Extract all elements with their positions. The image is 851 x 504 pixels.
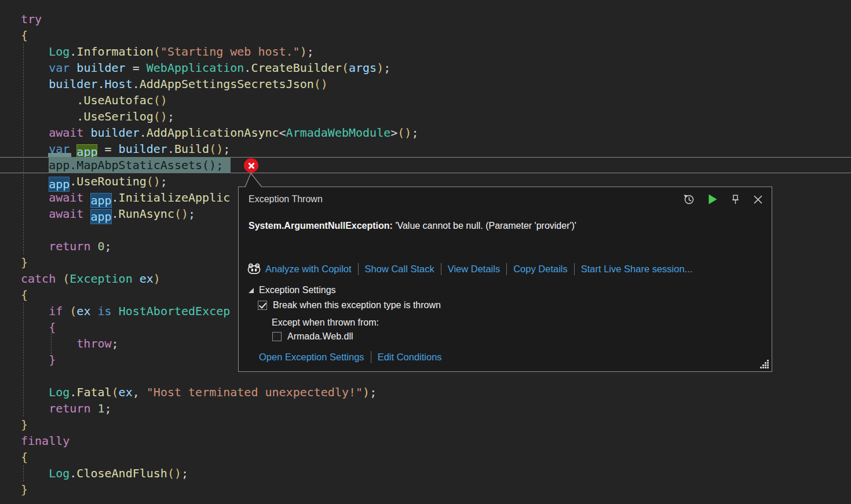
code-segment: . <box>133 77 140 91</box>
code-segment <box>90 304 97 318</box>
code-segment: ; <box>223 142 230 156</box>
continue-icon[interactable] <box>708 193 718 205</box>
exception-message: System.ArgumentNullException: 'Value can… <box>249 221 576 231</box>
code-segment <box>90 401 97 415</box>
code-segment: RunAsync <box>119 207 174 221</box>
code-segment: ( <box>112 385 119 399</box>
code-segment: await <box>49 126 83 140</box>
code-line[interactable]: Log.Fatal(ex, "Host terminated unexpecte… <box>21 384 418 400</box>
code-segment <box>70 142 76 156</box>
code-line[interactable]: var app = builder.Build(); <box>21 141 418 157</box>
code-line[interactable]: Log.CloseAndFlush(); <box>21 465 418 481</box>
code-line[interactable]: { <box>21 27 418 43</box>
code-segment: = <box>126 61 147 75</box>
exception-popup: Exception Thrown <box>238 187 772 372</box>
code-segment <box>63 304 70 318</box>
code-segment: ( <box>154 45 160 59</box>
code-segment <box>56 272 63 286</box>
code-segment <box>83 207 90 221</box>
code-segment: () <box>397 126 411 140</box>
code-line[interactable]: } <box>21 417 418 433</box>
action-view-details[interactable]: View Details <box>448 264 500 275</box>
except-label: Except when thrown from: <box>272 317 379 328</box>
code-segment: . <box>70 45 76 59</box>
code-segment <box>21 320 49 334</box>
code-segment: . <box>76 93 83 107</box>
code-line[interactable]: { <box>21 449 418 465</box>
exception-settings-header[interactable]: Exception Settings <box>249 285 336 295</box>
code-line[interactable]: app.MapAbpStaticAssets(); <box>21 157 418 173</box>
code-segment: . <box>76 109 83 123</box>
code-segment: () <box>154 93 167 107</box>
code-segment: ; <box>384 61 390 75</box>
action-show-call-stack[interactable]: Show Call Stack <box>365 264 434 275</box>
code-segment: 0 <box>97 239 104 253</box>
pin-icon[interactable] <box>731 194 740 205</box>
code-segment: . <box>70 466 76 480</box>
code-line[interactable]: finally <box>21 433 418 449</box>
code-line[interactable]: var builder = WebApplication.CreateBuild… <box>21 60 418 76</box>
code-segment: ; <box>307 45 314 59</box>
code-segment: AddAppSettingsSecretsJson <box>140 77 314 91</box>
code-segment: ex <box>76 304 90 318</box>
code-segment <box>21 466 49 480</box>
code-line[interactable]: return 1; <box>21 400 418 417</box>
code-segment: () <box>154 109 167 123</box>
code-segment: ; <box>181 466 188 480</box>
code-segment: Host <box>105 77 133 91</box>
code-segment <box>21 174 49 188</box>
code-segment: ArmadaWebModule <box>286 126 391 140</box>
code-segment: > <box>390 126 397 140</box>
code-segment: ( <box>63 272 70 286</box>
popup-callout-arrow <box>238 172 267 187</box>
code-segment <box>83 126 90 140</box>
exception-text: 'Value cannot be null. (Parameter 'provi… <box>393 221 576 231</box>
link-edit-conditions[interactable]: Edit Conditions <box>378 352 442 363</box>
close-icon[interactable] <box>753 195 763 204</box>
module-option-row: Armada.Web.dll <box>272 331 353 342</box>
code-segment <box>70 61 76 75</box>
action-analyze-with-copilot[interactable]: Analyze with Copilot <box>265 264 352 275</box>
code-segment: . <box>112 191 119 204</box>
code-line[interactable]: Log.Information("Starting web host."); <box>21 43 418 60</box>
code-segment <box>21 93 76 107</box>
code-line[interactable]: } <box>21 481 418 498</box>
code-segment: () <box>174 207 188 221</box>
code-segment: . <box>140 126 147 140</box>
code-segment: throw <box>76 337 111 350</box>
code-segment: () <box>314 77 328 91</box>
code-segment <box>21 77 49 91</box>
code-segment: = <box>97 142 118 156</box>
resize-grip[interactable] <box>760 360 769 369</box>
action-start-live-share-session[interactable]: Start Live Share session... <box>581 264 693 275</box>
code-line[interactable]: builder.Host.AddAppSettingsSecretsJson() <box>21 76 418 92</box>
code-line[interactable]: .UseSerilog(); <box>21 108 418 125</box>
code-segment: UseAutofac <box>83 93 153 107</box>
code-segment: ; <box>105 401 112 415</box>
code-segment: () <box>147 174 160 188</box>
break-checkbox[interactable] <box>258 301 267 310</box>
action-copy-details[interactable]: Copy Details <box>513 264 568 275</box>
code-segment: } <box>21 418 28 432</box>
code-segment: { <box>49 320 56 334</box>
code-segment: ; <box>188 207 195 221</box>
code-segment: await <box>49 191 83 204</box>
exception-error-icon[interactable] <box>244 158 258 173</box>
code-segment: CloseAndFlush <box>76 466 167 480</box>
code-segment: Log <box>49 45 70 59</box>
code-segment <box>21 401 49 415</box>
module-label: Armada.Web.dll <box>287 331 353 342</box>
code-line[interactable]: .UseAutofac() <box>21 92 418 108</box>
code-segment: { <box>21 450 28 464</box>
code-segment <box>21 207 49 221</box>
separator <box>358 263 359 275</box>
history-icon[interactable] <box>683 193 695 205</box>
code-segment: if <box>49 304 63 318</box>
code-line[interactable]: try <box>21 11 418 27</box>
link-open-exception-settings[interactable]: Open Exception Settings <box>259 352 364 363</box>
code-segment: CreateBuilder <box>251 61 342 75</box>
code-line[interactable]: await builder.AddApplicationAsync<Armada… <box>21 125 418 141</box>
module-checkbox[interactable] <box>272 332 282 341</box>
separator <box>574 263 575 275</box>
code-segment: Fatal <box>76 385 111 399</box>
